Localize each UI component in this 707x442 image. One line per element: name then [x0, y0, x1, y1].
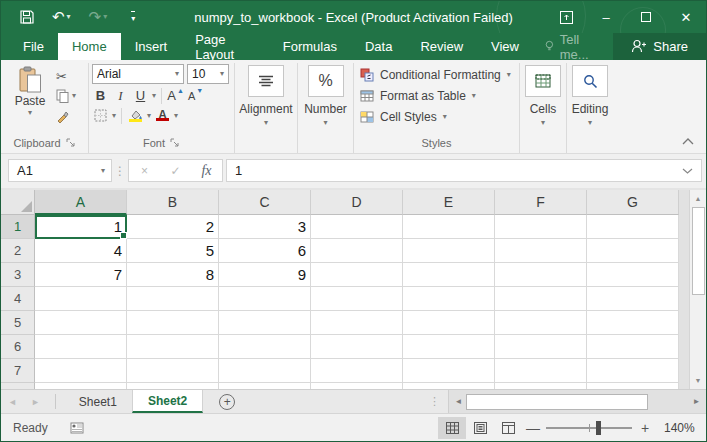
cell-F8[interactable]	[495, 383, 587, 389]
format-painter-button[interactable]	[56, 108, 76, 124]
column-header-D[interactable]: D	[311, 190, 403, 215]
minimize-button[interactable]: –	[586, 1, 626, 33]
format-as-table-button[interactable]: Format as Table ▾	[357, 85, 516, 106]
ribbon-display-options-button[interactable]	[546, 1, 586, 33]
cell-A6[interactable]	[35, 335, 127, 359]
row-header-3[interactable]: 3	[1, 263, 35, 287]
font-color-button[interactable]: A	[154, 107, 171, 124]
cell-C3[interactable]: 9	[219, 263, 311, 287]
cell-G8[interactable]	[587, 383, 679, 389]
cell-A7[interactable]	[35, 359, 127, 383]
copy-button[interactable]: ▾	[56, 88, 76, 104]
sheet-tab-sheet1[interactable]: Sheet1	[64, 390, 132, 413]
new-sheet-button[interactable]: +	[219, 394, 235, 410]
zoom-out-button[interactable]: —	[522, 420, 544, 436]
insert-function-icon[interactable]: fx	[191, 163, 222, 179]
cell-B6[interactable]	[127, 335, 219, 359]
cell-C7[interactable]	[219, 359, 311, 383]
cell-C6[interactable]	[219, 335, 311, 359]
cell-E5[interactable]	[403, 311, 495, 335]
group-number[interactable]: % Number ▾	[298, 63, 354, 153]
tab-data[interactable]: Data	[351, 33, 406, 60]
group-alignment[interactable]: Alignment ▾	[235, 63, 298, 153]
customize-quick-access-button[interactable]: ▾	[116, 1, 144, 33]
scroll-right-icon[interactable]: ►	[689, 397, 704, 406]
cell-A1[interactable]: 1	[35, 215, 127, 239]
cell-G5[interactable]	[587, 311, 679, 335]
redo-button[interactable]: ↷▾	[80, 1, 117, 33]
tab-insert[interactable]: Insert	[121, 33, 182, 60]
cut-button[interactable]: ✂	[56, 68, 76, 84]
undo-button[interactable]: ↶▾	[43, 1, 80, 33]
share-button[interactable]: Share	[613, 33, 706, 60]
cell-D2[interactable]	[311, 239, 403, 263]
formula-bar-splitter[interactable]: ⋮	[112, 164, 128, 178]
view-page-layout-button[interactable]	[466, 417, 494, 439]
cell-B4[interactable]	[127, 287, 219, 311]
font-name-combobox[interactable]: Arial▾	[92, 64, 184, 84]
italic-button[interactable]: I	[112, 87, 129, 104]
cell-B2[interactable]: 5	[127, 239, 219, 263]
scroll-down-icon[interactable]: ▼	[690, 373, 706, 388]
expand-formula-bar-icon[interactable]	[682, 168, 693, 174]
vertical-scrollbar-thumb[interactable]	[692, 207, 705, 295]
tab-home[interactable]: Home	[58, 33, 121, 60]
zoom-in-button[interactable]: +	[634, 420, 656, 436]
horizontal-scrollbar[interactable]: ◄ ►	[448, 390, 706, 413]
cell-D5[interactable]	[311, 311, 403, 335]
row-header-2[interactable]: 2	[1, 239, 35, 263]
row-header-7[interactable]: 7	[1, 359, 35, 383]
group-editing[interactable]: Editing ▾	[564, 63, 616, 151]
cell-A3[interactable]: 7	[35, 263, 127, 287]
select-all-corner[interactable]	[1, 190, 35, 215]
cell-D6[interactable]	[311, 335, 403, 359]
horizontal-scrollbar-thumb[interactable]	[466, 394, 648, 410]
cell-E8[interactable]	[403, 383, 495, 389]
bold-button[interactable]: B	[92, 87, 109, 104]
cell-E2[interactable]	[403, 239, 495, 263]
close-button[interactable]: ✕	[666, 1, 706, 33]
cell-A2[interactable]: 4	[35, 239, 127, 263]
name-box[interactable]: A1 ▾	[8, 159, 112, 182]
tab-page-layout[interactable]: Page Layout	[181, 33, 269, 60]
column-header-B[interactable]: B	[127, 190, 219, 215]
cell-F2[interactable]	[495, 239, 587, 263]
column-header-F[interactable]: F	[495, 190, 587, 215]
fill-color-button[interactable]	[127, 107, 144, 124]
cell-C2[interactable]: 6	[219, 239, 311, 263]
clipboard-dialog-launcher-icon[interactable]	[66, 138, 76, 148]
increase-font-button[interactable]: A▲	[167, 87, 184, 104]
cell-D7[interactable]	[311, 359, 403, 383]
underline-button[interactable]: U	[132, 87, 149, 104]
cell-E1[interactable]	[403, 215, 495, 239]
row-header-5[interactable]: 5	[1, 311, 35, 335]
scroll-up-icon[interactable]: ▲	[690, 191, 706, 206]
cell-B1[interactable]: 2	[127, 215, 219, 239]
tell-me-box[interactable]: Tell me...	[533, 33, 613, 60]
paste-button[interactable]: Paste ▾	[8, 64, 52, 124]
conditional-formatting-button[interactable]: Conditional Formatting ▾	[357, 64, 516, 85]
row-header-6[interactable]: 6	[1, 335, 35, 359]
cell-F7[interactable]	[495, 359, 587, 383]
cancel-icon[interactable]: ×	[129, 164, 160, 178]
formula-input[interactable]: 1	[226, 159, 702, 182]
save-button[interactable]	[11, 1, 43, 33]
tab-file[interactable]: File	[9, 33, 58, 60]
cell-G7[interactable]	[587, 359, 679, 383]
zoom-level[interactable]: 140%	[656, 421, 706, 435]
cell-F5[interactable]	[495, 311, 587, 335]
tab-formulas[interactable]: Formulas	[269, 33, 351, 60]
macro-record-button[interactable]	[70, 422, 84, 434]
cell-C8[interactable]	[219, 383, 311, 389]
cell-D4[interactable]	[311, 287, 403, 311]
enter-icon[interactable]: ✓	[160, 164, 191, 178]
sheet-nav-left-icon[interactable]: ◄	[1, 390, 24, 413]
decrease-font-button[interactable]: A▼	[187, 87, 204, 104]
view-page-break-button[interactable]	[494, 417, 522, 439]
cell-A4[interactable]	[35, 287, 127, 311]
sheet-tab-sheet2[interactable]: Sheet2	[132, 390, 203, 413]
column-header-E[interactable]: E	[403, 190, 495, 215]
cell-F1[interactable]	[495, 215, 587, 239]
cell-E7[interactable]	[403, 359, 495, 383]
font-size-combobox[interactable]: 10▾	[187, 64, 229, 84]
